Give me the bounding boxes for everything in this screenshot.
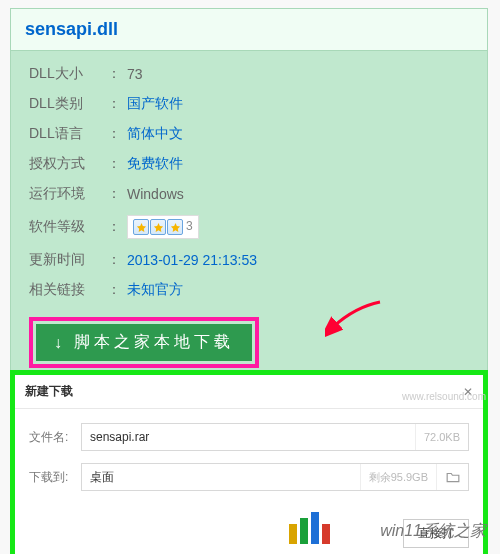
size-label: DLL大小 xyxy=(29,65,107,83)
related-link[interactable]: 未知官方 xyxy=(127,281,183,299)
related-label: 相关链接 xyxy=(29,281,107,299)
download-arrow-icon: ↓ xyxy=(54,334,66,352)
download-button-label: 脚本之家本地下载 xyxy=(74,332,234,353)
download-highlight: ↓ 脚本之家本地下载 xyxy=(29,317,259,368)
license-label: 授权方式 xyxy=(29,155,107,173)
filename-input[interactable] xyxy=(82,424,415,450)
category-label: DLL类别 xyxy=(29,95,107,113)
env-label: 运行环境 xyxy=(29,185,107,203)
browse-folder-button[interactable] xyxy=(436,464,468,490)
star-icon xyxy=(150,219,166,235)
saveto-value: 桌面 xyxy=(82,469,360,486)
updated-value: 2013-01-29 21:13:53 xyxy=(127,252,257,268)
env-value: Windows xyxy=(127,186,184,202)
saveto-label: 下载到: xyxy=(29,469,81,486)
page-title: sensapi.dll xyxy=(25,19,473,40)
star-count: 3 xyxy=(186,219,193,235)
download-button[interactable]: ↓ 脚本之家本地下载 xyxy=(36,324,252,361)
language-label: DLL语言 xyxy=(29,125,107,143)
filesize-text: 72.0KB xyxy=(415,424,468,450)
license-value[interactable]: 免费软件 xyxy=(127,155,183,173)
remaining-space: 剩余95.9GB xyxy=(360,464,436,490)
star-icon xyxy=(133,219,149,235)
language-value[interactable]: 简体中文 xyxy=(127,125,183,143)
direct-open-button[interactable]: 直接打 xyxy=(403,519,469,548)
size-value: 73 xyxy=(127,66,143,82)
updated-label: 更新时间 xyxy=(29,251,107,269)
info-list: DLL大小 ： 73 DLL类别 ： 国产软件 DLL语言 ： 简体中文 授权方… xyxy=(11,51,487,384)
rating-stars: 3 xyxy=(127,215,199,239)
folder-icon xyxy=(446,471,460,483)
category-value[interactable]: 国产软件 xyxy=(127,95,183,113)
filename-label: 文件名: xyxy=(29,429,81,446)
dialog-title: 新建下载 xyxy=(25,383,73,400)
star-icon xyxy=(167,219,183,235)
dialog-close-button[interactable]: ✕ xyxy=(463,385,473,399)
rating-label: 软件等级 xyxy=(29,218,107,236)
download-dialog: 新建下载 ✕ 文件名: 72.0KB 下载到: 桌面 剩余95.9GB 直接打 xyxy=(10,370,488,554)
